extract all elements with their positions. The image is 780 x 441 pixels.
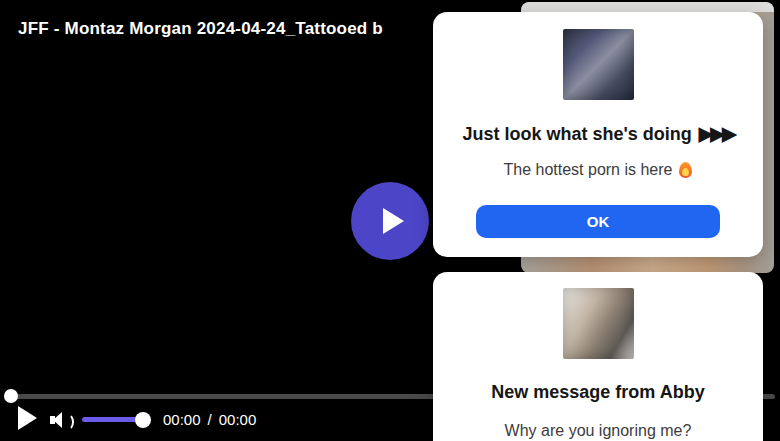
progress-thumb[interactable]	[4, 389, 18, 403]
big-play-button[interactable]	[351, 182, 429, 260]
play-button[interactable]	[18, 406, 37, 430]
time-display: 00:00 / 00:00	[163, 411, 256, 428]
fast-forward-icon: ▶▶▶	[699, 122, 734, 146]
background-ad-top-edge	[521, 2, 774, 12]
duration: 00:00	[219, 411, 257, 428]
ok-button[interactable]: OK	[476, 205, 720, 238]
message-subtitle: Why are you ignoring me?	[505, 421, 692, 441]
popup-message[interactable]: New message from Abby Why are you ignori…	[433, 272, 763, 441]
message-heading: New message from Abby	[491, 379, 704, 405]
popup-offer[interactable]: Just look what she's doing ▶▶▶ The hotte…	[433, 12, 763, 257]
mute-button[interactable]	[50, 409, 72, 431]
current-time: 00:00	[163, 411, 201, 428]
message-thumbnail-image	[563, 288, 634, 359]
play-icon	[383, 208, 404, 234]
video-page: JFF - Montaz Morgan 2024-04-24_Tattooed …	[0, 0, 780, 441]
offer-subtitle: The hottest porn is here	[504, 160, 693, 180]
video-title: JFF - Montaz Morgan 2024-04-24_Tattooed …	[18, 19, 383, 39]
time-separator: /	[208, 411, 212, 428]
offer-thumbnail-image	[563, 29, 634, 100]
volume-thumb[interactable]	[135, 412, 151, 428]
offer-heading: Just look what she's doing ▶▶▶	[462, 122, 733, 146]
fire-icon	[679, 162, 692, 178]
